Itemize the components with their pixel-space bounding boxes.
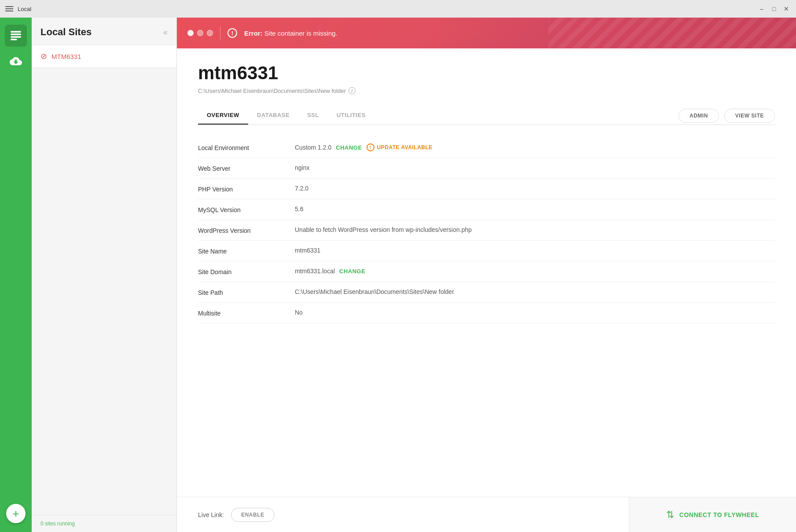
path-info-icon[interactable]: i — [348, 87, 356, 94]
tab-utilities[interactable]: UTILITIES — [328, 106, 374, 125]
tabs: OVERVIEW DATABASE SSL UTILITIES ADMIN VI… — [198, 106, 775, 125]
titlebar: Local – □ ✕ — [0, 0, 796, 18]
icon-sidebar: + — [0, 18, 32, 532]
admin-button[interactable]: ADMIN — [679, 109, 719, 123]
multisite-label: Multisite — [198, 309, 295, 317]
svg-rect-1 — [11, 33, 21, 35]
svg-rect-2 — [11, 36, 21, 38]
local-environment-row: Local Environment Custom 1.2.0 CHANGE ! … — [198, 137, 775, 158]
sidebar-bottom: + — [0, 504, 32, 523]
php-version-label: PHP Version — [198, 185, 295, 193]
collapse-button[interactable]: « — [163, 28, 168, 37]
close-button[interactable]: ✕ — [782, 4, 791, 13]
sidebar-item-cloud[interactable] — [5, 50, 27, 72]
enable-button[interactable]: ENABLE — [231, 508, 274, 522]
app-body: + Local Sites « ⊘ MTM6331 0 sites runnin… — [0, 18, 796, 532]
site-domain-value: mtm6331.local CHANGE — [295, 268, 365, 275]
php-version-value: 7.2.0 — [295, 185, 308, 192]
sites-panel: Local Sites « ⊘ MTM6331 0 sites running — [32, 18, 177, 532]
domain-change-button[interactable]: CHANGE — [339, 268, 365, 275]
site-path-value: C:\Users\Michael Eisenbraun\Documents\Si… — [295, 288, 454, 295]
web-server-row: Web Server nginx — [198, 158, 775, 179]
site-name-row: Site Name mtm6331 — [198, 241, 775, 261]
site-footer: Live Link: ENABLE ⇅ CONNECT TO FLYWHEEL — [177, 497, 796, 532]
view-site-button[interactable]: VIEW SITE — [724, 109, 775, 123]
error-exclamation-icon: ! — [227, 28, 237, 38]
app-title: Local — [18, 6, 31, 12]
window-controls: – □ ✕ — [757, 4, 791, 13]
sites-running-status: 0 sites running — [32, 515, 176, 532]
local-environment-label: Local Environment — [198, 143, 295, 151]
wordpress-version-value: Unable to fetch WordPress version from w… — [295, 226, 472, 233]
error-divider — [220, 26, 220, 40]
php-version-row: PHP Version 7.2.0 — [198, 179, 775, 199]
site-domain-row: Site Domain mtm6331.local CHANGE — [198, 261, 775, 282]
tab-ssl[interactable]: SSL — [298, 106, 328, 125]
site-domain-label: Site Domain — [198, 268, 295, 275]
mysql-version-value: 5.6 — [295, 205, 303, 213]
site-name-label: Site Name — [198, 247, 295, 255]
tab-database[interactable]: DATABASE — [248, 106, 298, 125]
wordpress-version-row: WordPress Version Unable to fetch WordPr… — [198, 220, 775, 241]
multisite-value: No — [295, 309, 303, 316]
site-error-icon: ⊘ — [40, 51, 47, 61]
traffic-light-green — [207, 30, 213, 36]
sites-panel-title: Local Sites — [40, 26, 92, 38]
traffic-light-yellow — [197, 30, 203, 36]
add-icon: + — [12, 507, 19, 521]
flywheel-text: CONNECT TO FLYWHEEL — [679, 511, 759, 518]
error-bar: ! Error: Site container is missing. — [177, 18, 796, 48]
site-title: mtm6331 — [198, 62, 775, 84]
update-available-badge[interactable]: ! UPDATE AVAILABLE — [367, 143, 433, 151]
svg-rect-3 — [11, 39, 17, 40]
maximize-button[interactable]: □ — [770, 4, 778, 13]
titlebar-left: Local — [5, 6, 31, 12]
connect-to-flywheel-button[interactable]: ⇅ CONNECT TO FLYWHEEL — [629, 497, 796, 532]
flywheel-icon: ⇅ — [666, 509, 674, 521]
sites-panel-header: Local Sites « — [32, 18, 176, 45]
web-server-label: Web Server — [198, 164, 295, 172]
wordpress-version-label: WordPress Version — [198, 226, 295, 234]
svg-rect-0 — [11, 31, 21, 33]
live-link-label: Live Link: — [198, 511, 224, 518]
site-list-item[interactable]: ⊘ MTM6331 — [32, 45, 176, 68]
traffic-lights — [187, 30, 213, 36]
update-badge-icon: ! — [367, 143, 374, 151]
menu-icon[interactable] — [5, 6, 13, 11]
site-main: mtm6331 C:\Users\Michael Eisenbraun\Docu… — [177, 48, 796, 497]
multisite-row: Multisite No — [198, 303, 775, 323]
site-item-name: MTM6331 — [51, 53, 81, 60]
local-environment-value: Custom 1.2.0 CHANGE ! UPDATE AVAILABLE — [295, 143, 433, 151]
tab-overview[interactable]: OVERVIEW — [198, 106, 248, 125]
web-server-value: nginx — [295, 164, 309, 171]
site-name-value: mtm6331 — [295, 247, 320, 254]
main-content: ! Error: Site container is missing. mtm6… — [177, 18, 796, 532]
sidebar-item-sites[interactable] — [5, 25, 27, 47]
site-path-row: Site Path C:\Users\Michael Eisenbraun\Do… — [198, 282, 775, 303]
mysql-version-label: MySQL Version — [198, 205, 295, 213]
error-text: Error: Site container is missing. — [244, 29, 337, 37]
add-site-button[interactable]: + — [6, 504, 26, 523]
site-path-label: Site Path — [198, 288, 295, 296]
footer-left: Live Link: ENABLE — [177, 508, 629, 522]
environment-change-button[interactable]: CHANGE — [336, 144, 362, 151]
tabs-left: OVERVIEW DATABASE SSL UTILITIES — [198, 106, 374, 125]
mysql-version-row: MySQL Version 5.6 — [198, 199, 775, 220]
tabs-right: ADMIN VIEW SITE — [679, 109, 775, 123]
minimize-button[interactable]: – — [757, 4, 766, 13]
site-path: C:\Users\Michael Eisenbraun\Documents\Si… — [198, 87, 775, 94]
traffic-light-red — [187, 30, 194, 36]
